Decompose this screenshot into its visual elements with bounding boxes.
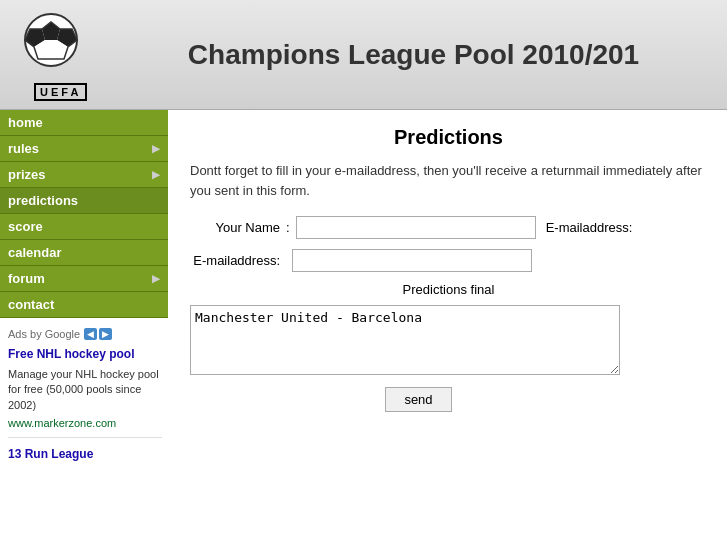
ad-divider [8, 437, 162, 438]
sidebar-item-predictions[interactable]: predictions [0, 188, 168, 214]
name-input[interactable] [296, 216, 536, 239]
email-label-inline: E-mailaddress: [546, 220, 633, 235]
main-content: Predictions Dontt forget to fill in your… [170, 110, 727, 444]
nav-menu: home rules ▶ prizes ▶ predictions score … [0, 110, 168, 318]
nav-label-contact: contact [8, 297, 54, 312]
name-colon: : [286, 220, 290, 235]
sidebar-item-calendar[interactable]: calendar [0, 240, 168, 266]
nav-arrow-rules: ▶ [152, 143, 160, 154]
nav-label-score: score [8, 219, 43, 234]
sidebar-item-contact[interactable]: contact [0, 292, 168, 318]
send-button-row: send [190, 387, 707, 412]
page-header: UEFA Champions League Pool 2010/201 [0, 0, 727, 110]
sidebar-item-home[interactable]: home [0, 110, 168, 136]
nav-label-calendar: calendar [8, 245, 61, 260]
nav-label-rules: rules [8, 141, 39, 156]
name-label: Your Name [190, 220, 280, 235]
ad1-url: www.markerzone.com [8, 417, 162, 429]
email-row: E-mailaddress: [190, 249, 707, 272]
ads-right-btn[interactable]: ▶ [99, 328, 112, 340]
sidebar-item-score[interactable]: score [0, 214, 168, 240]
sidebar-item-rules[interactable]: rules ▶ [0, 136, 168, 162]
sidebar-item-prizes[interactable]: prizes ▶ [0, 162, 168, 188]
nav-label-predictions: predictions [8, 193, 78, 208]
predictions-form: Your Name : E-mailaddress: E-mailaddress… [190, 216, 707, 412]
page-title: Predictions [190, 126, 707, 149]
uefa-label: UEFA [34, 83, 87, 101]
main-layout: home rules ▶ prizes ▶ predictions score … [0, 110, 727, 477]
ads-left-btn[interactable]: ◀ [84, 328, 97, 340]
sidebar: home rules ▶ prizes ▶ predictions score … [0, 110, 170, 477]
predictions-textarea[interactable]: Manchester United - Barcelona [190, 305, 620, 375]
logo-area: UEFA [16, 8, 136, 101]
site-title: Champions League Pool 2010/201 [136, 39, 711, 71]
sidebar-item-forum[interactable]: forum ▶ [0, 266, 168, 292]
email-input[interactable] [292, 249, 532, 272]
nav-label-home: home [8, 115, 43, 130]
ads-by-google-row: Ads by Google ◀ ▶ [8, 328, 162, 340]
ads-icons: ◀ ▶ [84, 328, 112, 340]
email-label: E-mailaddress: [190, 253, 280, 268]
ads-section: Ads by Google ◀ ▶ Free NHL hockey pool M… [0, 318, 170, 477]
soccer-ball-icon [16, 8, 86, 78]
intro-text: Dontt forget to fill in your e-mailaddre… [190, 161, 707, 200]
ads-by-label: Ads by Google [8, 328, 80, 340]
ad1-link[interactable]: Free NHL hockey pool [8, 346, 162, 363]
predictions-final-label: Predictions final [190, 282, 707, 297]
nav-label-forum: forum [8, 271, 45, 286]
send-button[interactable]: send [385, 387, 451, 412]
nav-label-prizes: prizes [8, 167, 46, 182]
name-row: Your Name : E-mailaddress: [190, 216, 707, 239]
nav-arrow-prizes: ▶ [152, 169, 160, 180]
ad1-description: Manage your NHL hockey pool for free (50… [8, 367, 162, 413]
ad2-link[interactable]: 13 Run League [8, 446, 162, 463]
nav-arrow-forum: ▶ [152, 273, 160, 284]
